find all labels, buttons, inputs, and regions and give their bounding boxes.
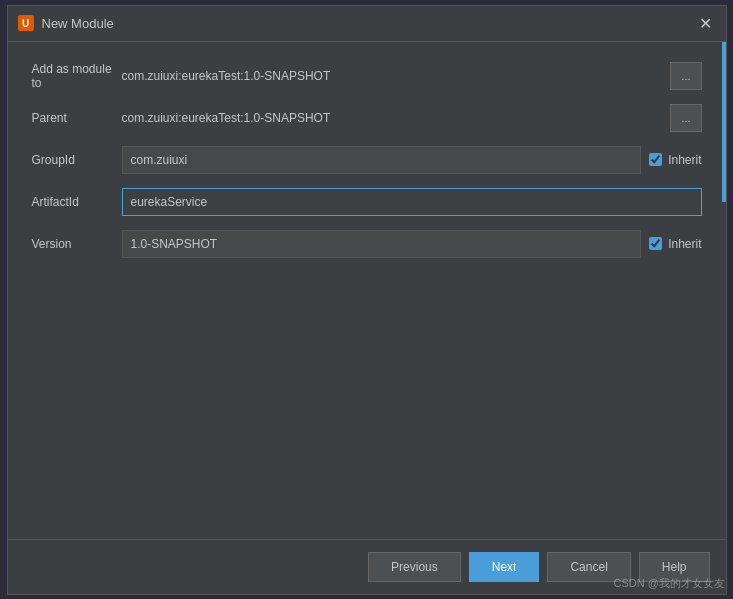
group-id-inherit-label: Inherit	[668, 153, 701, 167]
dialog-title: New Module	[42, 16, 114, 31]
parent-label: Parent	[32, 111, 122, 125]
version-inherit-checkbox[interactable]	[649, 237, 662, 250]
new-module-dialog: U New Module ✕ Add as module to com.zuiu…	[7, 5, 727, 595]
version-inherit-area: Inherit	[649, 237, 701, 251]
artifact-id-label: ArtifactId	[32, 195, 122, 209]
version-inherit-label: Inherit	[668, 237, 701, 251]
add-as-module-label: Add as module to	[32, 62, 122, 90]
parent-browse-button[interactable]: ...	[670, 104, 701, 132]
version-row: Version Inherit	[32, 230, 702, 258]
artifact-id-input[interactable]	[122, 188, 702, 216]
version-input[interactable]	[122, 230, 642, 258]
dialog-overlay: U New Module ✕ Add as module to com.zuiu…	[0, 0, 733, 599]
title-bar: U New Module ✕	[8, 6, 726, 42]
group-id-input[interactable]	[122, 146, 642, 174]
version-label: Version	[32, 237, 122, 251]
parent-value: com.zuiuxi:eurekaTest:1.0-SNAPSHOT	[122, 111, 663, 125]
group-id-row: GroupId Inherit	[32, 146, 702, 174]
add-module-browse-button[interactable]: ...	[670, 62, 701, 90]
side-accent	[722, 42, 726, 202]
intellij-icon: U	[18, 15, 34, 31]
close-button[interactable]: ✕	[696, 13, 716, 33]
group-id-label: GroupId	[32, 153, 122, 167]
artifact-id-row: ArtifactId	[32, 188, 702, 216]
add-as-module-value: com.zuiuxi:eurekaTest:1.0-SNAPSHOT	[122, 69, 663, 83]
previous-button[interactable]: Previous	[368, 552, 461, 582]
next-button[interactable]: Next	[469, 552, 540, 582]
dialog-content: Add as module to com.zuiuxi:eurekaTest:1…	[8, 42, 726, 539]
group-id-inherit-checkbox[interactable]	[649, 153, 662, 166]
watermark: CSDN @我的才女女友	[614, 576, 725, 591]
group-id-inherit-area: Inherit	[649, 153, 701, 167]
add-as-module-row: Add as module to com.zuiuxi:eurekaTest:1…	[32, 62, 702, 90]
title-bar-left: U New Module	[18, 15, 114, 31]
parent-row: Parent com.zuiuxi:eurekaTest:1.0-SNAPSHO…	[32, 104, 702, 132]
